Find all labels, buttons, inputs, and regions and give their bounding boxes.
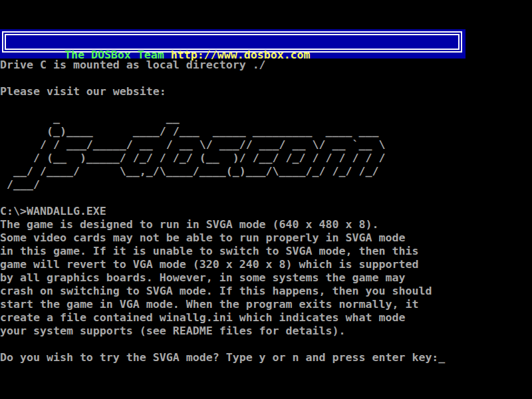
svga-prompt[interactable]: Do you wish to try the SVGA mode? Type y… [0,351,532,364]
banner-double-border: The DOSBox Teamhttp://www.dosbox.com [2,31,462,53]
prompt-text: Do you wish to try the SVGA mode? Type y… [0,351,438,364]
spacer [0,72,532,85]
text-cursor[interactable]: _ [438,351,445,364]
console-output: Drive C is mounted as local directory ./… [0,59,532,364]
dosbox-banner: The DOSBox Teamhttp://www.dosbox.com [0,29,466,59]
game-info-text: The game is designed to run in SVGA mode… [0,218,532,338]
spacer [0,192,532,205]
jsdos-ascii-logo: _ __ (_)____ ____/ /___ _____ _________ … [0,112,532,192]
mount-message: Drive C is mounted as local directory ./ [0,59,532,72]
command-line: C:\>WANDALLG.EXE [0,205,532,218]
spacer [0,338,532,351]
visit-message: Please visit our website: [0,85,532,98]
dosbox-screen: The DOSBox Teamhttp://www.dosbox.com Dri… [0,0,532,399]
spacer [0,98,532,112]
